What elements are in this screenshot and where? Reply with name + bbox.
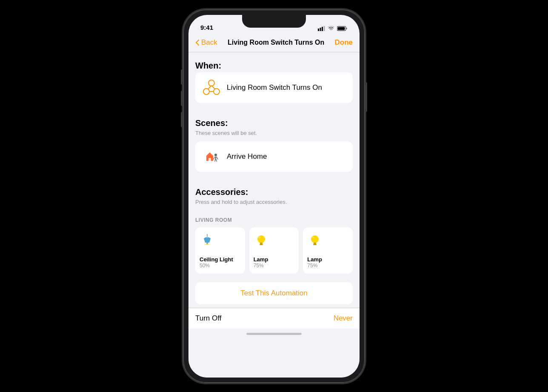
back-chevron-icon <box>195 39 200 46</box>
lamp2-name: Lamp <box>307 256 322 263</box>
never-button[interactable]: Never <box>334 314 353 323</box>
lamp1-value: 75% <box>254 263 264 269</box>
ceiling-light-icon <box>200 233 215 252</box>
nav-title: Living Room Switch Turns On <box>228 39 324 46</box>
svg-rect-5 <box>338 27 345 30</box>
svg-line-10 <box>208 86 211 89</box>
svg-point-26 <box>311 235 319 243</box>
accessories-subtitle: Press and hold to adjust accessories. <box>195 199 353 205</box>
accessories-grid-section: LIVING ROOM <box>188 214 360 282</box>
scroll-content: When: <box>188 52 360 378</box>
svg-point-22 <box>205 243 210 245</box>
wifi-icon <box>328 26 334 31</box>
test-automation-label: Test This Automation <box>240 289 308 298</box>
scenes-section: Scenes: These scenes will be set. <box>188 110 360 179</box>
lamp2-icon <box>307 233 323 252</box>
signal-icon <box>318 26 325 31</box>
ceiling-light-value: 50% <box>200 263 210 269</box>
test-section: Test This Automation <box>188 282 360 308</box>
svg-rect-24 <box>260 244 263 245</box>
svg-point-8 <box>203 89 209 94</box>
homekit-trigger-icon <box>202 78 221 97</box>
status-icons <box>318 26 348 31</box>
trigger-card[interactable]: Living Room Switch Turns On <box>195 72 353 103</box>
when-title: When: <box>195 61 353 71</box>
scene-label: Arrive Home <box>227 152 267 161</box>
test-automation-card[interactable]: Test This Automation <box>195 282 353 304</box>
lamp2-value: 75% <box>307 263 317 269</box>
notch <box>242 15 306 28</box>
svg-point-25 <box>258 236 260 238</box>
svg-rect-13 <box>208 158 211 161</box>
lamp1-card[interactable]: Lamp 75% <box>249 227 299 274</box>
home-bar <box>246 333 302 335</box>
scenes-title: Scenes: <box>195 118 353 128</box>
ceiling-light-card[interactable]: Ceiling Light 50% <box>195 227 245 274</box>
turn-off-label: Turn Off <box>195 314 221 323</box>
svg-point-14 <box>214 154 217 156</box>
status-time: 9:41 <box>200 24 213 31</box>
scene-card[interactable]: Arrive Home <box>195 141 353 172</box>
svg-rect-0 <box>318 29 319 31</box>
bottom-bar: Turn Off Never <box>188 308 360 329</box>
back-button[interactable]: Back <box>195 38 217 47</box>
home-indicator <box>188 329 360 340</box>
done-button[interactable]: Done <box>335 38 353 47</box>
lamp2-card[interactable]: Lamp 75% <box>303 227 353 274</box>
svg-point-7 <box>208 80 214 86</box>
room-label: LIVING ROOM <box>195 217 353 223</box>
lamp1-name: Lamp <box>254 256 268 263</box>
svg-point-9 <box>214 89 220 94</box>
trigger-label: Living Room Switch Turns On <box>227 83 322 92</box>
scenes-subtitle: These scenes will be set. <box>195 130 353 136</box>
back-label: Back <box>201 38 217 47</box>
nav-bar: Back Living Room Switch Turns On Done <box>188 34 360 52</box>
svg-rect-3 <box>324 26 325 31</box>
svg-line-11 <box>211 86 215 89</box>
ceiling-light-name: Ceiling Light <box>200 256 233 263</box>
svg-rect-6 <box>346 28 348 29</box>
accessories-section-header: Accessories: Press and hold to adjust ac… <box>188 179 360 214</box>
svg-point-23 <box>257 235 265 243</box>
svg-rect-27 <box>313 244 317 245</box>
battery-icon <box>337 26 348 31</box>
svg-point-28 <box>312 236 314 238</box>
svg-rect-2 <box>322 27 323 31</box>
when-section: When: <box>188 52 360 110</box>
svg-line-17 <box>214 157 214 159</box>
accessories-title: Accessories: <box>195 187 353 197</box>
svg-rect-1 <box>320 28 321 31</box>
svg-line-18 <box>217 157 218 159</box>
screen: 9:41 <box>188 15 360 378</box>
svg-line-16 <box>216 158 217 161</box>
svg-point-20 <box>206 237 208 238</box>
arrive-home-icon <box>202 147 221 166</box>
lamp1-icon <box>254 233 269 252</box>
accessories-grid: Ceiling Light 50% <box>195 227 353 274</box>
phone-wrapper: 9:41 <box>183 9 365 383</box>
